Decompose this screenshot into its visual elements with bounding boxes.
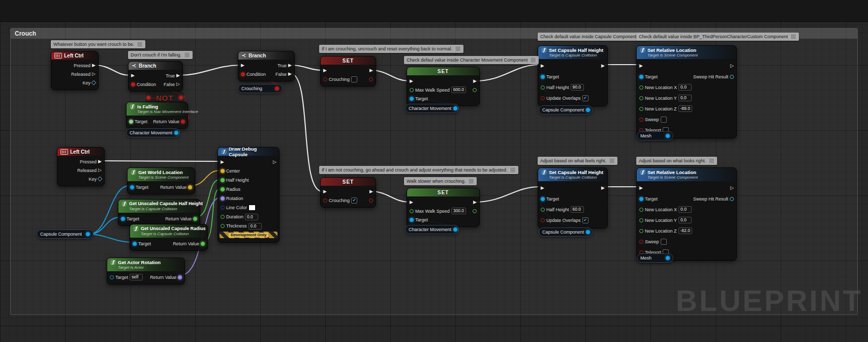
half-height-pin[interactable] xyxy=(541,86,545,90)
exec-false-pin[interactable]: ▶ xyxy=(288,72,292,76)
get-unscaled-capsule-half-height-node[interactable]: ƒGet Unscaled Capsule Half Height Target… xyxy=(118,199,200,226)
new-location-x-pin[interactable] xyxy=(639,208,643,212)
new-location-y-input[interactable]: 0.0 xyxy=(678,95,692,101)
variable-node-capsule-component-1[interactable]: Capsule Component xyxy=(37,230,94,239)
output-pin[interactable] xyxy=(666,134,670,138)
update-overlaps-checkbox[interactable]: ✔ xyxy=(582,217,588,223)
comment-bubble-icon[interactable] xyxy=(790,34,796,40)
target-pin[interactable] xyxy=(541,197,545,201)
exec-out-pin[interactable]: ▷ xyxy=(730,186,734,190)
exec-in-pin[interactable]: ▶ xyxy=(410,79,413,83)
sweep-hit-result-pin[interactable] xyxy=(730,75,734,79)
radius-pin[interactable] xyxy=(221,187,225,191)
exec-in-pin[interactable]: ▶ xyxy=(410,200,413,205)
comment-bubble[interactable]: If I am not crouching, go ahead and crou… xyxy=(319,166,518,174)
return-pin[interactable] xyxy=(193,217,197,221)
exec-in-pin[interactable]: ▶ xyxy=(639,64,643,68)
exec-out-pin[interactable]: ▶ xyxy=(601,64,605,68)
update-overlaps-pin[interactable] xyxy=(541,96,545,100)
key-pin[interactable] xyxy=(91,80,97,86)
return-pin[interactable] xyxy=(201,242,205,246)
not-output-pin[interactable] xyxy=(179,96,183,100)
value-pin[interactable] xyxy=(323,198,327,203)
return-pin[interactable] xyxy=(188,185,192,189)
duration-input[interactable]: 0.0 xyxy=(245,214,258,220)
new-location-x-input[interactable]: 0.0 xyxy=(678,84,692,91)
exec-false-pin[interactable]: ▷ xyxy=(176,82,180,87)
output-value-pin[interactable] xyxy=(473,88,477,92)
target-pin[interactable] xyxy=(133,242,137,246)
exec-out-pin[interactable]: ▶ xyxy=(473,200,477,205)
target-pin[interactable] xyxy=(639,75,643,79)
comment-bubble[interactable]: Check default value inside Capsule Compo… xyxy=(538,33,648,41)
variable-node-crouching[interactable]: Crouching xyxy=(238,84,283,93)
update-overlaps-checkbox[interactable]: ✔ xyxy=(582,95,588,101)
output-pin[interactable] xyxy=(586,230,590,234)
branch-node-2[interactable]: Branch ▶True▶ ConditionFalse▶ xyxy=(238,51,295,81)
set-crouching-node-2[interactable]: SET ▶▶ Crouching✔ xyxy=(320,177,376,208)
target-self-dropdown[interactable]: self xyxy=(130,274,143,280)
crouching-checkbox[interactable] xyxy=(351,76,357,82)
sweep-pin[interactable] xyxy=(639,118,643,122)
exec-pin-released[interactable]: ▷ xyxy=(98,168,102,173)
exec-in-pin[interactable]: ▶ xyxy=(323,189,327,194)
center-pin[interactable] xyxy=(221,169,225,173)
thickness-pin[interactable] xyxy=(221,224,225,228)
value-pin[interactable] xyxy=(410,88,414,92)
line-color-swatch[interactable] xyxy=(249,205,256,211)
get-actor-rotation-node[interactable]: ƒGet Actor Rotation Target is Actor Targ… xyxy=(107,258,185,284)
output-pin[interactable] xyxy=(453,106,457,110)
exec-in-pin[interactable]: ▶ xyxy=(221,160,224,164)
exec-pin-released[interactable]: ▷ xyxy=(92,72,96,76)
variable-node-character-movement-2[interactable]: Character Movement xyxy=(405,104,459,113)
comment-bubble-icon[interactable] xyxy=(137,41,143,47)
blueprint-graph-canvas[interactable]: Crouch BLUEPRINT xyxy=(0,0,868,342)
exec-in-pin[interactable]: ▶ xyxy=(541,64,544,68)
output-pin[interactable] xyxy=(453,227,457,232)
not-input-pin[interactable] xyxy=(146,96,150,100)
set-max-walk-speed-node-1[interactable]: SET ▶▶ Max Walk Speed600.0 Target xyxy=(407,67,480,106)
comment-bubble-icon[interactable] xyxy=(184,52,190,58)
condition-pin[interactable] xyxy=(131,82,135,87)
set-max-walk-speed-node-2[interactable]: SET ▶▶ Max Walk Speed300.0 Target xyxy=(407,188,480,227)
condition-pin[interactable] xyxy=(241,72,245,76)
new-location-y-input[interactable]: 0.0 xyxy=(678,217,692,223)
output-pin[interactable] xyxy=(86,232,90,236)
output-value-pin[interactable] xyxy=(369,77,373,81)
exec-out-pin[interactable]: ▶ xyxy=(473,79,477,83)
thickness-input[interactable]: 0.0 xyxy=(249,223,262,230)
variable-node-mesh-1[interactable]: Mesh xyxy=(637,131,673,140)
target-pin[interactable] xyxy=(110,275,114,279)
target-pin[interactable] xyxy=(129,120,133,124)
set-relative-location-node-2[interactable]: ƒSet Relative Location Target is Scene C… xyxy=(636,167,737,261)
comment-bubble-icon[interactable] xyxy=(609,158,615,164)
rotation-pin[interactable] xyxy=(221,196,225,201)
comment-bubble[interactable]: If I am crouching, uncrouch and reset ev… xyxy=(319,45,463,53)
half-height-input[interactable]: 90.0 xyxy=(571,84,584,91)
variable-node-character-movement-3[interactable]: Character Movement xyxy=(405,225,459,234)
comment-bubble-icon[interactable] xyxy=(530,57,536,63)
variable-node-capsule-component-3[interactable]: Capsule Component xyxy=(539,227,593,237)
target-pin[interactable] xyxy=(639,197,643,201)
comment-bubble[interactable]: Don't crouch if I'm falling. xyxy=(128,51,193,59)
comment-bubble-icon[interactable] xyxy=(468,178,474,184)
set-capsule-half-height-node-1[interactable]: ƒSet Capsule Half Height Target is Capsu… xyxy=(538,45,608,106)
max-walk-speed-input[interactable]: 300.0 xyxy=(451,208,466,214)
variable-node-character-movement-1[interactable]: Character Movement xyxy=(126,128,180,137)
key-pin[interactable] xyxy=(98,177,103,182)
comment-bubble-icon[interactable] xyxy=(510,167,516,173)
line-color-pin[interactable] xyxy=(221,206,225,210)
target-pin[interactable] xyxy=(121,217,125,221)
set-capsule-half-height-node-2[interactable]: ƒSet Capsule Half Height Target is Capsu… xyxy=(538,167,608,229)
exec-pin-pressed[interactable]: ▶ xyxy=(92,63,96,68)
exec-in-pin[interactable]: ▶ xyxy=(323,68,327,73)
comment-bubble[interactable]: Adjust based on what feels right. xyxy=(538,157,617,165)
new-location-y-pin[interactable] xyxy=(639,218,643,222)
exec-in-pin[interactable]: ▶ xyxy=(131,73,135,78)
crouching-checkbox[interactable]: ✔ xyxy=(351,197,357,204)
draw-debug-capsule-node[interactable]: ƒ Draw Debug Capsule ▶▷ Center Half Heig… xyxy=(218,147,280,243)
comment-bubble[interactable]: Whatever button you want crouch to be. xyxy=(51,40,145,48)
duration-pin[interactable] xyxy=(221,215,225,219)
new-location-x-pin[interactable] xyxy=(639,86,643,90)
new-location-z-input[interactable]: -89.0 xyxy=(678,105,692,112)
